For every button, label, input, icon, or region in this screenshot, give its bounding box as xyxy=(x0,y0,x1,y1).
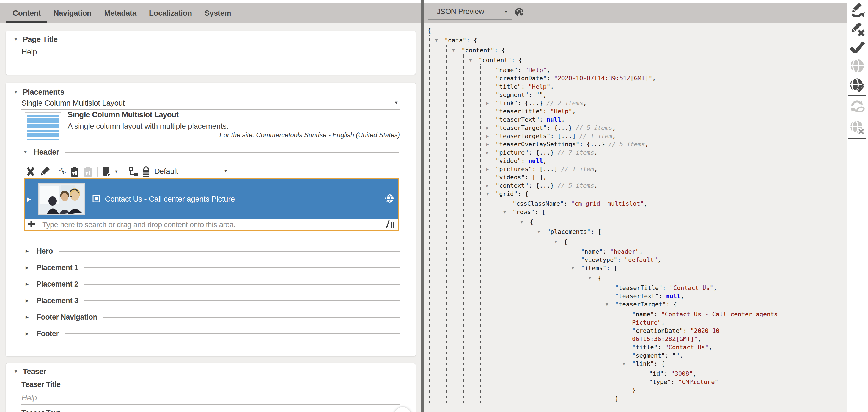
search-dropzone[interactable]: Type here to search or drag and drop con… xyxy=(25,220,398,230)
discard-edit-icon[interactable] xyxy=(849,23,866,36)
placement-group-header[interactable]: ▼ Header xyxy=(23,148,399,156)
approve-check-icon[interactable] xyxy=(849,41,866,53)
collapse-icon[interactable]: ▼ xyxy=(520,218,523,226)
page-title-input[interactable]: Help xyxy=(22,47,37,56)
chevron-down-icon: ▼ xyxy=(224,168,228,173)
json-line: 06T15:36:28Z[GMT]", xyxy=(617,335,843,343)
collapse-icon[interactable]: ▼ xyxy=(23,149,28,155)
section-title: Placements xyxy=(23,88,64,97)
collapse-icon[interactable]: ▼ xyxy=(469,56,472,64)
collapse-icon[interactable]: ▼ xyxy=(537,228,540,236)
placement-group-collapsed[interactable]: ▶ Placement 3 xyxy=(26,292,400,309)
expand-icon[interactable]: ▶ xyxy=(26,249,29,254)
paste-options-icon[interactable] xyxy=(102,165,112,178)
json-line: ▶"context": {...} // 5 items, xyxy=(481,182,843,190)
panel-splitter[interactable] xyxy=(421,0,424,412)
expand-icon[interactable]: ▶ xyxy=(486,149,489,157)
expand-icon[interactable]: ▶ xyxy=(486,165,489,173)
placement-group-collapsed[interactable]: ▶ Placement 2 xyxy=(26,276,400,292)
expand-icon[interactable]: ▶ xyxy=(486,124,489,132)
collapse-icon[interactable]: ▼ xyxy=(13,369,18,374)
collapse-icon[interactable]: ▼ xyxy=(13,89,18,95)
placement-group-collapsed[interactable]: ▶ Placement 1 xyxy=(26,259,400,276)
page-title-section-header[interactable]: ▼ Page Title xyxy=(13,35,58,44)
preview-header: JSON Preview ▼ xyxy=(424,3,846,23)
placement-group-label: Footer xyxy=(37,329,59,338)
content-item-row[interactable]: ▶ xyxy=(25,179,398,220)
teaser-card: ▼ Teaser Teaser Title Help Teaser Text xyxy=(5,363,416,412)
json-line: } xyxy=(600,394,843,403)
viewtype-select[interactable]: Default ▼ xyxy=(154,165,229,178)
content-item-title: Contact Us - Call center agents Picture xyxy=(105,195,235,203)
expand-icon[interactable]: ▶ xyxy=(26,315,29,320)
withdraw-edit-icon[interactable] xyxy=(849,3,866,18)
chevron-down-icon[interactable]: ▼ xyxy=(394,100,399,105)
preview-mode-select[interactable]: JSON Preview xyxy=(437,3,484,21)
cut-icon[interactable]: ✂ xyxy=(56,165,69,178)
collapse-icon[interactable]: ▼ xyxy=(589,274,591,282)
collapse-icon[interactable]: ▼ xyxy=(13,37,18,42)
expand-icon[interactable]: ▶ xyxy=(486,182,489,190)
collapse-icon[interactable]: ▼ xyxy=(486,190,489,198)
form-tab[interactable]: System xyxy=(198,3,238,23)
annotated-lock-icon[interactable] xyxy=(142,166,150,178)
select-underline xyxy=(428,19,512,20)
json-line: ▼"rows": [ xyxy=(498,208,843,216)
chevron-down-icon[interactable]: ▼ xyxy=(504,9,508,14)
placement-group-collapsed[interactable]: ▶ Footer Navigation xyxy=(26,309,400,325)
content-type-filter-icon[interactable] xyxy=(385,220,394,230)
collapse-icon[interactable]: ▼ xyxy=(571,264,574,272)
edit-icon[interactable] xyxy=(40,166,50,177)
teaser-section-header[interactable]: ▼ Teaser xyxy=(13,367,46,376)
viewtype-value: Default xyxy=(154,167,178,176)
form-tab[interactable]: Navigation xyxy=(47,3,98,23)
picture-type-icon xyxy=(92,194,100,204)
teaser-title-input[interactable]: Help xyxy=(22,393,37,402)
placement-group-label: Header xyxy=(34,148,59,157)
expand-icon[interactable]: ▶ xyxy=(26,265,29,270)
layout-name: Single Column Multislot Layout xyxy=(68,110,179,119)
placement-group-collapsed[interactable]: ▶ Footer xyxy=(26,325,400,342)
collapse-icon[interactable]: ▼ xyxy=(555,237,557,246)
layout-select[interactable]: Single Column Multislot Layout xyxy=(22,99,125,107)
collapse-icon[interactable]: ▼ xyxy=(435,36,438,44)
json-line: "name": "Contact Us - Call center agents xyxy=(617,310,843,318)
json-line: "viewtype": "default", xyxy=(566,256,843,264)
linked-content-icon[interactable] xyxy=(128,166,138,177)
divider xyxy=(103,317,400,318)
placement-group-collapsed[interactable]: ▶ Hero xyxy=(26,243,400,259)
divider xyxy=(85,284,400,285)
collapse-icon[interactable]: ▼ xyxy=(452,46,455,55)
expand-icon[interactable]: ▶ xyxy=(26,282,29,287)
add-icon[interactable] xyxy=(27,220,36,230)
chevron-down-icon[interactable]: ▼ xyxy=(114,169,119,174)
publish-approved-globe-icon[interactable] xyxy=(849,78,866,92)
expand-icon[interactable]: ▶ xyxy=(486,99,489,107)
palette-icon[interactable] xyxy=(514,7,524,18)
floating-button-partial[interactable] xyxy=(394,407,411,412)
locale-globe-icon[interactable] xyxy=(385,194,394,204)
form-tab-label: System xyxy=(205,9,231,18)
collapse-icon[interactable]: ▼ xyxy=(503,208,506,216)
section-title: Page Title xyxy=(23,35,58,44)
placements-section-header[interactable]: ▼ Placements xyxy=(13,88,64,97)
expand-icon[interactable]: ▶ xyxy=(486,140,489,149)
collapse-icon[interactable]: ▼ xyxy=(606,300,608,309)
json-line: "videos": [ ], xyxy=(481,173,843,182)
expand-icon[interactable]: ▶ xyxy=(26,331,29,336)
input-underline xyxy=(22,59,400,59)
form-tab-label: Metadata xyxy=(104,9,136,18)
expand-icon[interactable]: ▶ xyxy=(27,196,31,202)
expand-icon[interactable]: ▶ xyxy=(486,132,489,140)
form-tab[interactable]: Content xyxy=(6,3,47,23)
placement-groups-list: ▶ Hero ▶ Placement 1 ▶ Placement 2 xyxy=(26,243,400,342)
json-line: "name": "header", xyxy=(566,248,843,256)
form-tab[interactable]: Metadata xyxy=(98,3,143,23)
remove-icon[interactable] xyxy=(26,166,35,177)
copy-icon[interactable] xyxy=(70,166,80,178)
collapse-icon[interactable]: ▼ xyxy=(623,360,625,368)
form-tab[interactable]: Localization xyxy=(143,3,198,23)
json-line: "teaserText": null, xyxy=(481,116,843,124)
expand-icon[interactable]: ▶ xyxy=(26,298,29,303)
json-line: Picture", xyxy=(617,318,843,327)
